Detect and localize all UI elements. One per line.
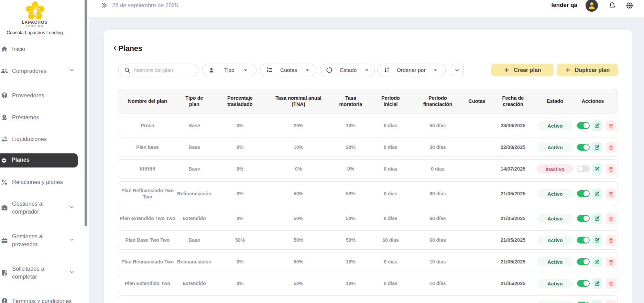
svg-text:Z: Z [387, 70, 389, 73]
svg-text:A: A [387, 67, 389, 70]
